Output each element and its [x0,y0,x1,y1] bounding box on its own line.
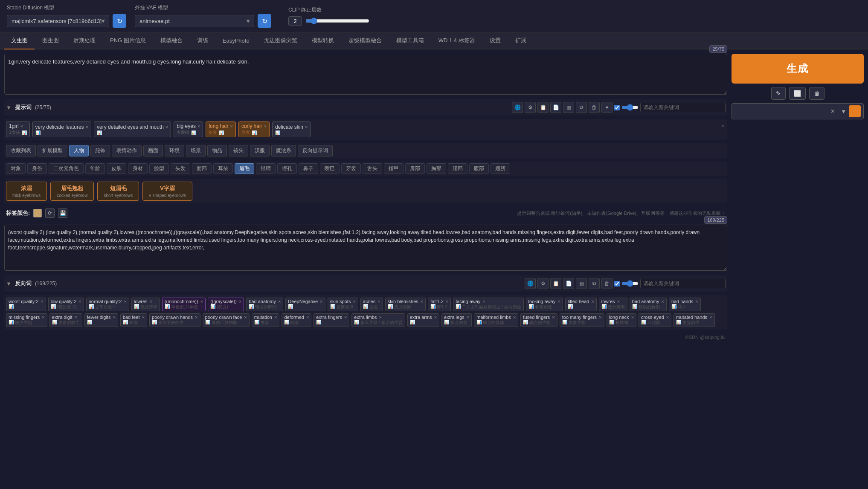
sub-cat-teeth[interactable]: 牙齿 [341,163,361,174]
neg-tag-lowres-remove[interactable]: × [150,299,152,304]
sub-cat-mouth[interactable]: 嘴巴 [320,163,340,174]
tab-infinite-image[interactable]: 无边图像浏览 [257,32,304,49]
tag-long-hair-remove[interactable]: × [230,124,232,129]
sub-cat-eye[interactable]: 眼睛 [256,163,276,174]
neg-tag-monochrome-remove[interactable]: × [200,299,203,304]
neg-tag-mutated-hands-remove[interactable]: × [709,315,712,320]
neg-duplicate-btn[interactable]: ⧉ [589,278,600,289]
rt-pen-btn[interactable]: ✎ [771,87,786,100]
neg-tag-fewer-digits-remove[interactable]: × [113,315,115,320]
tab-postprocess[interactable]: 后期处理 [67,32,102,49]
cat-tab-hanfu[interactable]: 汉服 [250,145,270,156]
sub-cat-abdomen[interactable]: 腹部 [469,163,489,174]
eyebrow-thick-btn[interactable]: 浓眉 thick eyebrows [6,182,47,201]
neg-tag-too-many-fingers-remove[interactable]: × [599,315,601,320]
neg-tag-bad-hands-remove[interactable]: × [695,299,698,304]
neg-collapse-btn[interactable]: ▼ [6,281,12,287]
tag-delicate-skin-remove[interactable]: × [305,124,308,130]
neg-tag-extra-arms-remove[interactable]: × [434,315,437,320]
neg-tag-facing-away-remove[interactable]: × [482,299,485,304]
neg-tag-bad-feet-remove[interactable]: × [142,315,145,320]
neg-tag-acnes-remove[interactable]: × [377,299,380,304]
sub-cat-tongue[interactable]: 舌头 [363,163,382,174]
neg-tag-long-neck-remove[interactable]: × [631,315,634,320]
prompt-copy-btn[interactable]: 📋 [537,102,549,113]
sub-cat-face-shape[interactable]: 脸型 [149,163,169,174]
neg-tag-looking-away-remove[interactable]: × [557,299,560,304]
cat-tab-scene[interactable]: 画面 [143,145,163,156]
neg-table-btn[interactable]: ▦ [576,278,587,289]
cat-tab-environment[interactable]: 环境 [165,145,184,156]
model-select[interactable]: majicmix7.safetensors [7c819b6d13] [7,15,109,27]
tab-img2img[interactable]: 图生图 [35,32,66,49]
rt-close-btn[interactable]: ✕ [827,106,838,117]
tag-big-eyes-remove[interactable]: × [197,124,200,129]
tag-color-save-btn[interactable]: 💾 [58,208,67,218]
tag-curly-hair-remove[interactable]: × [264,124,267,129]
neg-tag-deep-negative-remove[interactable]: × [320,299,322,304]
vae-refresh-btn[interactable]: ↻ [258,14,271,28]
cat-tab-lens[interactable]: 镜头 [229,145,248,156]
sub-cat-waist[interactable]: 腰部 [448,163,467,174]
tab-txt2img[interactable]: 文生图 [4,32,35,49]
tab-extensions[interactable]: 扩展 [508,32,533,49]
sub-cat-pupil[interactable]: 瞳孔 [277,163,297,174]
neg-tag-lowres2-remove[interactable]: × [617,299,620,304]
sub-cat-ear[interactable]: 耳朵 [213,163,233,174]
cat-tab-favorites[interactable]: 收藏列表 [6,145,36,156]
rt-trash-btn[interactable]: 🗑 [809,87,824,100]
neg-tag-extra-fingers-remove[interactable]: × [344,315,347,320]
prompt-paste-btn[interactable]: 📄 [550,102,561,113]
neg-checkbox[interactable] [614,281,620,286]
tab-easyphoto[interactable]: EasyPhoto [216,33,256,49]
tab-wd-tagger[interactable]: WD 1.4 标签器 [432,32,482,49]
cat-tab-negative[interactable]: 反向提示词 [298,145,333,156]
cat-tab-extended-model[interactable]: 扩展模型 [38,145,67,156]
sub-cat-age[interactable]: 年龄 [85,163,105,174]
neg-paste-btn[interactable]: 📄 [563,278,574,289]
prompt-keyword-input[interactable] [640,103,726,112]
sub-cat-object[interactable]: 对象 [6,163,26,174]
sub-cat-figure[interactable]: 身材 [128,163,148,174]
neg-tag-normal-quality-remove[interactable]: × [124,299,126,304]
neg-tag-fat-remove[interactable]: × [446,299,448,304]
sub-cat-skin[interactable]: 皮肤 [107,163,126,174]
model-refresh-btn[interactable]: ↻ [113,14,126,28]
neg-tag-skin-blemishes-remove[interactable]: × [421,299,423,304]
eyebrow-vshaped-btn[interactable]: V字眉 v-shaped eyebrows [142,182,192,201]
cat-tab-setting[interactable]: 场景 [186,145,206,156]
eyebrow-cocked-btn[interactable]: 眉毛翘起 cocked eyebrow [50,182,94,201]
cat-tab-expression[interactable]: 表情动作 [112,145,142,156]
sub-cat-hair[interactable]: 头发 [171,163,190,174]
neg-tag-skin-spots-remove[interactable]: × [353,299,355,304]
sub-cat-identity[interactable]: 身份 [27,163,47,174]
tag-color-reset-btn[interactable]: ⟳ [45,208,55,218]
neg-tag-poorly-drawn-hands-remove[interactable]: × [195,315,197,320]
cat-tab-magic[interactable]: 魔法系 [271,145,296,156]
neg-clear-btn[interactable]: 🗑 [601,278,613,289]
sub-cat-face[interactable]: 面部 [192,163,212,174]
neg-tag-tilted-head-remove[interactable]: × [591,299,594,304]
tag-color-swatch[interactable] [33,209,42,217]
tab-settings[interactable]: 设置 [483,32,508,49]
neg-tag-extra-digit-remove[interactable]: × [75,315,77,320]
neg-tag-extra-limbs-remove[interactable]: × [379,315,382,320]
cat-tab-clothing[interactable]: 服饰 [90,145,110,156]
sub-cat-chest[interactable]: 胸部 [427,163,446,174]
sub-cat-shoulder[interactable]: 肩部 [405,163,425,174]
tag-1girl-remove[interactable]: × [20,124,23,129]
neg-tag-extra-legs-remove[interactable]: × [467,315,469,320]
neg-tag-cross-eyed-remove[interactable]: × [666,315,669,320]
rt-dropdown-btn[interactable]: ▼ [841,108,846,115]
neg-tag-low-quality-remove[interactable]: × [78,299,81,304]
sub-cat-wings[interactable]: 翅膀 [491,163,510,174]
tags-expand-btn[interactable]: ⌄ [721,122,726,137]
prompt-weight-slider[interactable] [621,104,639,111]
tab-model-toolbox[interactable]: 模型工具箱 [389,32,431,49]
neg-weight-slider[interactable] [621,280,639,287]
cat-tab-person[interactable]: 人物 [69,145,89,156]
tab-model-convert[interactable]: 模型转换 [305,32,341,49]
neg-tag-grayscale-remove[interactable]: × [239,299,241,304]
vae-select[interactable]: animevae.pt [135,15,254,27]
neg-tag-fused-fingers-remove[interactable]: × [552,315,554,320]
